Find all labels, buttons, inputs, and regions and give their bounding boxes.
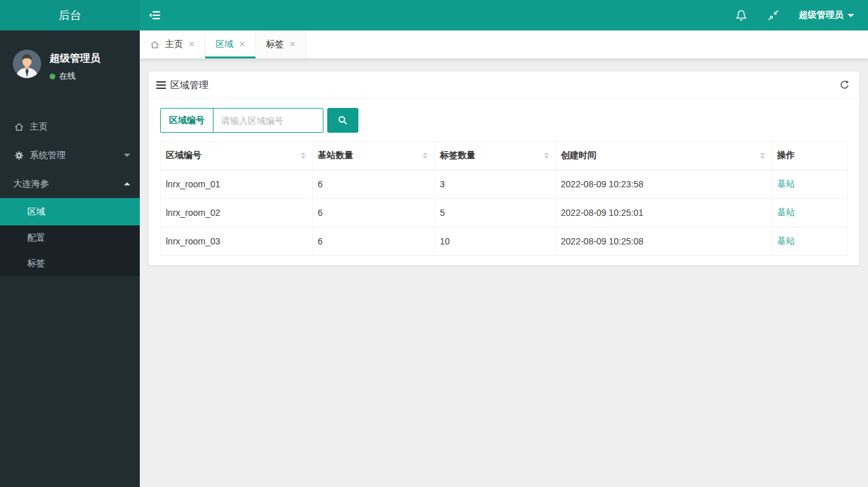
cell-tag-count: 3 — [435, 170, 555, 199]
table-row: lnrx_room_03 6 10 2022-08-09 10:25:08 基站 — [161, 227, 848, 256]
search-field-label: 区域编号 — [161, 109, 214, 132]
avatar — [13, 50, 41, 78]
search-icon — [337, 115, 348, 126]
user-menu-label: 超级管理员 — [799, 10, 843, 21]
sidebar-item-label: 大连海参 — [13, 178, 49, 190]
region-table-wrap: 区域编号 基站数量 标签数量 创建时间 操作 lnrx_room_01 6 3 … — [149, 133, 859, 265]
chevron-up-icon — [124, 179, 130, 185]
navbar-right: 超级管理员 — [735, 9, 868, 22]
col-header-region-code[interactable]: 区域编号 — [161, 142, 313, 170]
tab-home[interactable]: 主页 × — [140, 30, 205, 58]
online-status-label: 在线 — [59, 70, 76, 82]
col-header-created-time[interactable]: 创建时间 — [555, 142, 772, 170]
user-meta: 超级管理员 在线 — [50, 50, 100, 82]
online-status-dot — [50, 74, 55, 79]
cell-created-time: 2022-08-09 10:23:58 — [555, 170, 772, 199]
cell-created-time: 2022-08-09 10:25:08 — [555, 227, 772, 256]
sidebar-item-label: 主页 — [30, 121, 48, 133]
col-header-actions: 操作 — [772, 142, 848, 170]
sidebar-item-region[interactable]: 区域 — [0, 198, 140, 225]
brand-logo[interactable]: 后台 — [0, 0, 140, 30]
cell-region-code: lnrx_room_02 — [161, 199, 313, 227]
tab-label: 标签 — [266, 39, 284, 50]
base-station-link[interactable]: 基站 — [772, 227, 848, 256]
search-row: 区域编号 — [149, 99, 859, 133]
panel-header: 区域管理 — [149, 72, 859, 99]
cell-created-time: 2022-08-09 10:25:01 — [555, 199, 772, 227]
top-navbar: 后台 超级管理员 — [0, 0, 868, 30]
search-button[interactable] — [327, 108, 358, 133]
sidebar-item-system-management[interactable]: 系统管理 — [0, 141, 140, 170]
list-menu-icon — [156, 81, 166, 89]
chevron-down-icon — [848, 14, 854, 20]
cell-station-count: 6 — [312, 170, 434, 199]
cell-station-count: 6 — [312, 199, 434, 227]
sidebar-toggle-icon[interactable] — [140, 0, 170, 30]
sidebar-item-home[interactable]: 主页 — [0, 112, 140, 141]
refresh-icon[interactable] — [839, 79, 850, 91]
col-header-tag-count[interactable]: 标签数量 — [435, 142, 555, 170]
cell-region-code: lnrx_room_01 — [161, 170, 313, 199]
sidebar: 超级管理员 在线 主页 — [0, 30, 140, 487]
sidebar-item-label: 系统管理 — [30, 150, 65, 161]
col-header-station-count[interactable]: 基站数量 — [312, 142, 434, 170]
gear-icon — [14, 150, 30, 161]
panel-title: 区域管理 — [170, 79, 208, 91]
sidebar-subitem-label: 标签 — [27, 258, 45, 269]
user-menu[interactable]: 超级管理员 — [799, 10, 854, 21]
navbar: 超级管理员 — [140, 0, 868, 30]
region-table: 区域编号 基站数量 标签数量 创建时间 操作 lnrx_room_01 6 3 … — [160, 141, 848, 256]
sidebar-subitem-label: 配置 — [27, 232, 45, 244]
cell-station-count: 6 — [312, 227, 434, 256]
fullscreen-compress-icon[interactable] — [767, 9, 780, 22]
sidebar-item-config[interactable]: 配置 — [0, 225, 140, 251]
cell-region-code: lnrx_room_03 — [161, 227, 313, 256]
search-group: 区域编号 — [160, 108, 323, 133]
sort-icon[interactable] — [544, 150, 550, 161]
home-icon — [14, 122, 30, 132]
sidebar-subitem-label: 区域 — [27, 206, 45, 218]
user-status: 在线 — [50, 70, 100, 82]
notifications-bell-icon[interactable] — [735, 9, 748, 22]
table-row: lnrx_room_02 6 5 2022-08-09 10:25:01 基站 — [161, 199, 848, 227]
tab-label: 主页 — [165, 39, 183, 50]
outdent-icon — [148, 8, 162, 22]
cell-tag-count: 10 — [435, 227, 555, 256]
close-icon[interactable]: × — [189, 39, 194, 50]
sidebar-item-tags[interactable]: 标签 — [0, 251, 140, 276]
home-icon — [150, 40, 159, 50]
user-panel: 超级管理员 在线 — [0, 30, 140, 98]
close-icon[interactable]: × — [239, 39, 245, 50]
region-management-panel: 区域管理 区域编号 — [149, 72, 859, 265]
sidebar-item-dalian-haishen[interactable]: 大连海参 — [0, 170, 140, 198]
sort-icon[interactable] — [301, 150, 307, 161]
sort-icon[interactable] — [423, 150, 429, 161]
table-header-row: 区域编号 基站数量 标签数量 创建时间 操作 — [161, 142, 848, 170]
table-row: lnrx_room_01 6 3 2022-08-09 10:23:58 基站 — [161, 170, 848, 199]
region-code-input[interactable] — [214, 109, 323, 132]
base-station-link[interactable]: 基站 — [772, 170, 848, 199]
chevron-down-icon — [124, 154, 130, 160]
main-content: 区域管理 区域编号 — [140, 58, 868, 487]
tab-label: 区域 — [215, 39, 233, 50]
close-icon[interactable]: × — [290, 39, 295, 50]
tab-tags[interactable]: 标签 × — [256, 30, 306, 58]
tab-region[interactable]: 区域 × — [205, 30, 255, 58]
sidebar-menu: 主页 系统管理 大连海参 区域 — [0, 112, 140, 276]
sidebar-submenu: 区域 配置 标签 — [0, 198, 140, 276]
user-name: 超级管理员 — [50, 52, 100, 65]
tab-bar: 主页 × 区域 × 标签 × — [140, 30, 868, 58]
base-station-link[interactable]: 基站 — [772, 199, 848, 227]
sort-icon[interactable] — [760, 150, 766, 161]
cell-tag-count: 5 — [435, 199, 555, 227]
